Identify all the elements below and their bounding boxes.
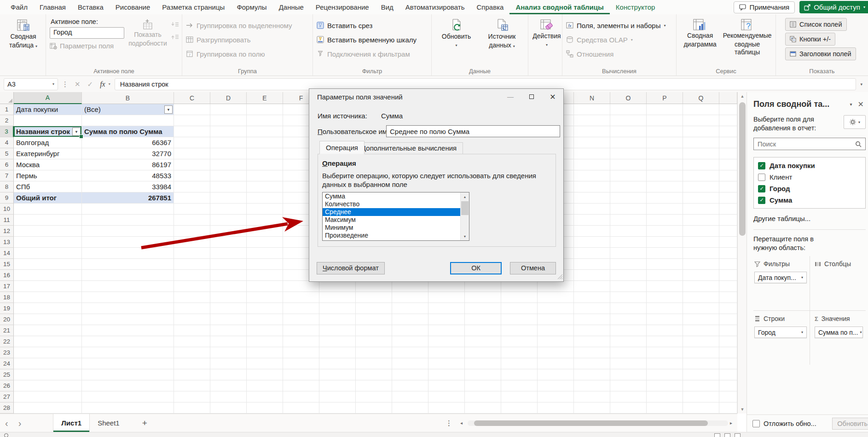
operation-option-5[interactable]: Произведение [323, 232, 461, 239]
row-header-12[interactable]: 12 [0, 226, 14, 237]
cell-C16[interactable] [174, 270, 210, 281]
cell-Q19[interactable] [683, 303, 719, 314]
cell-B2[interactable] [82, 115, 174, 126]
cell-E1[interactable] [247, 104, 283, 115]
sheet-tab-1[interactable]: Sheet1 [90, 414, 127, 432]
cell-N16[interactable] [574, 270, 610, 281]
area-filters[interactable]: Фильтры Дата покуп...▾ [753, 256, 810, 310]
toggle-1[interactable]: Кнопки +/- [785, 33, 835, 46]
cell-Q5[interactable] [683, 148, 719, 159]
cell-A26[interactable] [14, 380, 82, 391]
cell-H24[interactable] [356, 358, 392, 369]
share-button[interactable]: Общий доступ ▾ [799, 1, 868, 13]
cell-M26[interactable] [538, 380, 574, 391]
cell-P24[interactable] [647, 358, 683, 369]
row-header-10[interactable]: 10 [0, 204, 14, 215]
cell-B11[interactable] [82, 215, 174, 226]
cell-D10[interactable] [210, 204, 247, 215]
cell-E9[interactable] [247, 192, 283, 204]
cell-C26[interactable] [174, 380, 210, 391]
cell-L23[interactable] [501, 347, 538, 358]
cell-P1[interactable] [647, 104, 683, 115]
cell-O17[interactable] [610, 281, 647, 292]
cell-C27[interactable] [174, 391, 210, 402]
cell-M24[interactable] [538, 358, 574, 369]
cell-D7[interactable] [210, 170, 247, 181]
more-tables-link[interactable]: Другие таблицы... [753, 215, 866, 222]
field-item-3[interactable]: ✓Сумма [754, 194, 865, 206]
cell-P27[interactable] [647, 391, 683, 402]
cell-I26[interactable] [392, 380, 428, 391]
field-item-2[interactable]: ✓Город [754, 183, 865, 194]
cell-I28[interactable] [392, 402, 428, 414]
cell-Q4[interactable] [683, 137, 719, 148]
cell-G19[interactable] [319, 303, 356, 314]
cell-O1[interactable] [610, 104, 647, 115]
cell-J26[interactable] [428, 380, 465, 391]
cell-Q24[interactable] [683, 358, 719, 369]
cell-C3[interactable] [174, 126, 210, 137]
cell-Q8[interactable] [683, 181, 719, 192]
column-header-P[interactable]: P [647, 92, 683, 104]
cancel-button[interactable]: Отмена [510, 262, 556, 274]
cell-K26[interactable] [465, 380, 501, 391]
cell-B8[interactable]: 33984 [82, 181, 174, 192]
cell-C18[interactable] [174, 292, 210, 303]
operation-option-0[interactable]: Сумма [323, 192, 461, 200]
cell-A22[interactable] [14, 336, 82, 347]
cell-N6[interactable] [574, 159, 610, 170]
cell-P11[interactable] [647, 215, 683, 226]
sheet-nav-right-icon[interactable]: › [13, 415, 27, 431]
row-header-18[interactable]: 18 [0, 292, 14, 303]
column-header-O[interactable]: O [610, 92, 647, 104]
dialog-title-bar[interactable]: Параметры поля значений — ✕ [309, 89, 563, 105]
cell-F26[interactable] [283, 380, 319, 391]
cell-F21[interactable] [283, 325, 319, 336]
cell-I20[interactable] [392, 314, 428, 325]
cell-D21[interactable] [210, 325, 247, 336]
cell-Q3[interactable] [683, 126, 719, 137]
cell-P19[interactable] [647, 303, 683, 314]
menu-tab-1[interactable]: Главная [34, 0, 72, 14]
minimize-icon[interactable]: — [500, 89, 521, 105]
cell-B6[interactable]: 86197 [82, 159, 174, 170]
cell-K27[interactable] [465, 391, 501, 402]
cell-B17[interactable] [82, 281, 174, 292]
cell-A16[interactable] [14, 270, 82, 281]
cell-P20[interactable] [647, 314, 683, 325]
cell-J21[interactable] [428, 325, 465, 336]
menu-tab-0[interactable]: Файл [5, 0, 34, 14]
row-header-16[interactable]: 16 [0, 270, 14, 281]
cell-E27[interactable] [247, 391, 283, 402]
cell-C11[interactable] [174, 215, 210, 226]
menu-tab-7[interactable]: Рецензирование [310, 0, 375, 14]
cell-H18[interactable] [356, 292, 392, 303]
cell-P8[interactable] [647, 181, 683, 192]
cell-C22[interactable] [174, 336, 210, 347]
tab-operation[interactable]: Операция [319, 141, 365, 154]
cell-N7[interactable] [574, 170, 610, 181]
cell-C17[interactable] [174, 281, 210, 292]
cell-C10[interactable] [174, 204, 210, 215]
cell-N15[interactable] [574, 259, 610, 270]
cell-D9[interactable] [210, 192, 247, 204]
cell-D14[interactable] [210, 248, 247, 259]
cell-K24[interactable] [465, 358, 501, 369]
cell-K25[interactable] [465, 369, 501, 380]
listbox-scrollbar[interactable]: ▲ ▼ [460, 192, 469, 240]
cell-A25[interactable] [14, 369, 82, 380]
cell-N27[interactable] [574, 391, 610, 402]
cell-B4[interactable]: 66367 [82, 137, 174, 148]
cell-E12[interactable] [247, 226, 283, 237]
cell-N10[interactable] [574, 204, 610, 215]
cell-A1[interactable]: Дата покупки [14, 104, 82, 115]
cell-O8[interactable] [610, 181, 647, 192]
row-header-4[interactable]: 4 [0, 137, 14, 148]
cell-O14[interactable] [610, 248, 647, 259]
cell-P10[interactable] [647, 204, 683, 215]
cell-A13[interactable] [14, 237, 82, 248]
cell-D8[interactable] [210, 181, 247, 192]
cell-D26[interactable] [210, 380, 247, 391]
page-layout-view-icon[interactable] [724, 433, 730, 437]
resize-grip[interactable] [557, 273, 563, 281]
